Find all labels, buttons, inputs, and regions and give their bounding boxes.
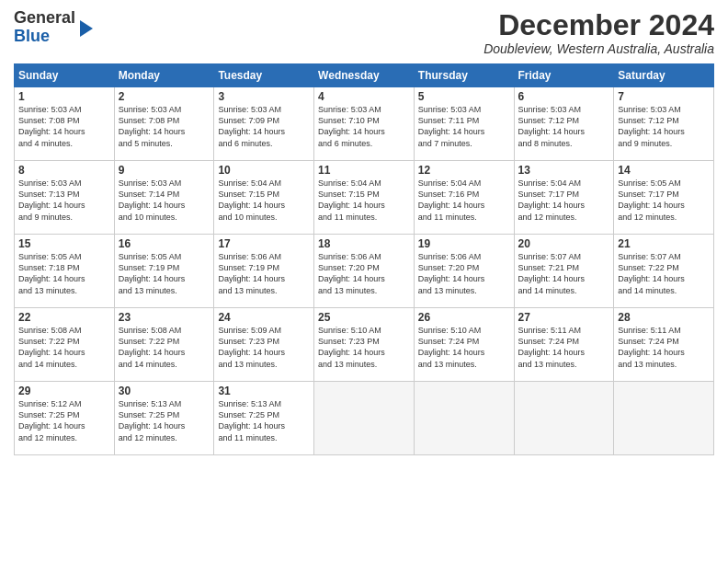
day-number: 26 [418,311,510,324]
day-number: 21 [618,237,710,250]
day-number: 6 [518,90,610,103]
day-number: 22 [18,311,110,324]
table-row: 4Sunrise: 5:03 AM Sunset: 7:10 PM Daylig… [314,87,415,161]
header-sunday: Sunday [15,64,115,87]
day-info: Sunrise: 5:05 AM Sunset: 7:17 PM Dayligh… [618,178,710,223]
day-number: 27 [518,311,610,324]
day-info: Sunrise: 5:11 AM Sunset: 7:24 PM Dayligh… [518,325,610,370]
header-thursday: Thursday [414,64,514,87]
calendar-page: General Blue December 2024 Doubleview, W… [0,0,728,563]
table-row: 14Sunrise: 5:05 AM Sunset: 7:17 PM Dayli… [614,161,714,235]
day-info: Sunrise: 5:07 AM Sunset: 7:21 PM Dayligh… [518,251,610,296]
calendar-row: 22Sunrise: 5:08 AM Sunset: 7:22 PM Dayli… [15,308,714,382]
table-row: 6Sunrise: 5:03 AM Sunset: 7:12 PM Daylig… [514,87,614,161]
table-row: 15Sunrise: 5:05 AM Sunset: 7:18 PM Dayli… [15,235,115,308]
header-monday: Monday [114,64,214,87]
day-info: Sunrise: 5:11 AM Sunset: 7:24 PM Dayligh… [618,325,710,370]
day-info: Sunrise: 5:04 AM Sunset: 7:15 PM Dayligh… [318,178,410,223]
logo-arrow-icon [80,20,93,37]
day-number: 13 [518,164,610,177]
header-tuesday: Tuesday [214,64,314,87]
day-info: Sunrise: 5:04 AM Sunset: 7:15 PM Dayligh… [218,178,310,223]
day-number: 14 [618,164,710,177]
day-number: 19 [418,237,510,250]
table-row [414,382,514,455]
day-number: 2 [119,90,210,103]
day-info: Sunrise: 5:12 AM Sunset: 7:25 PM Dayligh… [18,398,110,443]
table-row: 23Sunrise: 5:08 AM Sunset: 7:22 PM Dayli… [114,308,214,382]
calendar-row: 29Sunrise: 5:12 AM Sunset: 7:25 PM Dayli… [15,382,714,455]
month-title: December 2024 [483,9,714,41]
table-row: 12Sunrise: 5:04 AM Sunset: 7:16 PM Dayli… [414,161,514,235]
day-info: Sunrise: 5:13 AM Sunset: 7:25 PM Dayligh… [218,398,310,443]
day-number: 18 [318,237,410,250]
day-info: Sunrise: 5:03 AM Sunset: 7:08 PM Dayligh… [119,104,210,149]
table-row: 13Sunrise: 5:04 AM Sunset: 7:17 PM Dayli… [514,161,614,235]
day-number: 8 [18,164,110,177]
day-number: 16 [119,237,210,250]
table-row: 31Sunrise: 5:13 AM Sunset: 7:25 PM Dayli… [214,382,314,455]
day-info: Sunrise: 5:06 AM Sunset: 7:19 PM Dayligh… [218,251,310,296]
day-number: 24 [218,311,310,324]
table-row: 29Sunrise: 5:12 AM Sunset: 7:25 PM Dayli… [15,382,115,455]
day-number: 20 [518,237,610,250]
calendar-row: 1Sunrise: 5:03 AM Sunset: 7:08 PM Daylig… [15,87,714,161]
day-number: 28 [618,311,710,324]
calendar-row: 15Sunrise: 5:05 AM Sunset: 7:18 PM Dayli… [15,235,714,308]
day-number: 7 [618,90,710,103]
day-info: Sunrise: 5:05 AM Sunset: 7:18 PM Dayligh… [18,251,110,296]
day-info: Sunrise: 5:03 AM Sunset: 7:11 PM Dayligh… [418,104,510,149]
table-row: 5Sunrise: 5:03 AM Sunset: 7:11 PM Daylig… [414,87,514,161]
table-row: 26Sunrise: 5:10 AM Sunset: 7:24 PM Dayli… [414,308,514,382]
table-row [314,382,415,455]
day-info: Sunrise: 5:03 AM Sunset: 7:10 PM Dayligh… [318,104,410,149]
day-number: 4 [318,90,410,103]
table-row: 30Sunrise: 5:13 AM Sunset: 7:25 PM Dayli… [114,382,214,455]
day-number: 31 [218,385,310,397]
day-info: Sunrise: 5:03 AM Sunset: 7:14 PM Dayligh… [119,178,210,223]
day-number: 15 [18,237,110,250]
calendar-table: Sunday Monday Tuesday Wednesday Thursday… [14,63,714,455]
table-row: 25Sunrise: 5:10 AM Sunset: 7:23 PM Dayli… [314,308,415,382]
table-row: 28Sunrise: 5:11 AM Sunset: 7:24 PM Dayli… [614,308,714,382]
day-number: 30 [119,385,210,397]
table-row: 11Sunrise: 5:04 AM Sunset: 7:15 PM Dayli… [314,161,415,235]
day-number: 5 [418,90,510,103]
day-info: Sunrise: 5:07 AM Sunset: 7:22 PM Dayligh… [618,251,710,296]
location-title: Doubleview, Western Australia, Australia [483,41,714,56]
table-row: 10Sunrise: 5:04 AM Sunset: 7:15 PM Dayli… [214,161,314,235]
day-number: 3 [218,90,310,103]
table-row: 1Sunrise: 5:03 AM Sunset: 7:08 PM Daylig… [15,87,115,161]
table-row: 3Sunrise: 5:03 AM Sunset: 7:09 PM Daylig… [214,87,314,161]
header-saturday: Saturday [614,64,714,87]
day-info: Sunrise: 5:08 AM Sunset: 7:22 PM Dayligh… [119,325,210,370]
day-number: 12 [418,164,510,177]
day-number: 29 [18,385,110,397]
logo: General Blue [14,9,93,46]
day-number: 10 [218,164,310,177]
table-row: 9Sunrise: 5:03 AM Sunset: 7:14 PM Daylig… [114,161,214,235]
title-block: December 2024 Doubleview, Western Austra… [483,9,714,56]
day-info: Sunrise: 5:03 AM Sunset: 7:09 PM Dayligh… [218,104,310,149]
day-number: 1 [18,90,110,103]
calendar-row: 8Sunrise: 5:03 AM Sunset: 7:13 PM Daylig… [15,161,714,235]
day-info: Sunrise: 5:09 AM Sunset: 7:23 PM Dayligh… [218,325,310,370]
header: General Blue December 2024 Doubleview, W… [14,9,714,56]
day-info: Sunrise: 5:06 AM Sunset: 7:20 PM Dayligh… [318,251,410,296]
table-row: 21Sunrise: 5:07 AM Sunset: 7:22 PM Dayli… [614,235,714,308]
day-number: 9 [119,164,210,177]
day-info: Sunrise: 5:10 AM Sunset: 7:24 PM Dayligh… [418,325,510,370]
header-wednesday: Wednesday [314,64,415,87]
day-info: Sunrise: 5:04 AM Sunset: 7:17 PM Dayligh… [518,178,610,223]
day-number: 23 [119,311,210,324]
header-friday: Friday [514,64,614,87]
table-row: 24Sunrise: 5:09 AM Sunset: 7:23 PM Dayli… [214,308,314,382]
day-info: Sunrise: 5:03 AM Sunset: 7:13 PM Dayligh… [18,178,110,223]
day-info: Sunrise: 5:13 AM Sunset: 7:25 PM Dayligh… [119,398,210,443]
day-info: Sunrise: 5:04 AM Sunset: 7:16 PM Dayligh… [418,178,510,223]
logo-blue: Blue [14,28,75,46]
day-info: Sunrise: 5:08 AM Sunset: 7:22 PM Dayligh… [18,325,110,370]
table-row: 18Sunrise: 5:06 AM Sunset: 7:20 PM Dayli… [314,235,415,308]
day-info: Sunrise: 5:03 AM Sunset: 7:12 PM Dayligh… [518,104,610,149]
table-row: 8Sunrise: 5:03 AM Sunset: 7:13 PM Daylig… [15,161,115,235]
